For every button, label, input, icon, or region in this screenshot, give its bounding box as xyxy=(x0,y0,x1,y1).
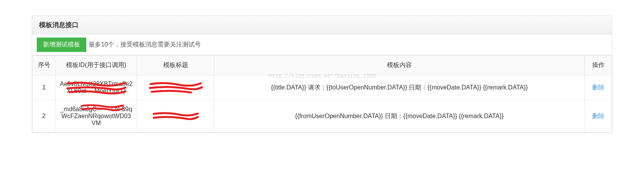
header-content: 模板内容 xyxy=(214,56,585,75)
header-action: 操作 xyxy=(585,56,612,75)
toolbar: 新增测试模板 最多10个，接受模板消息需要关注测试号 xyxy=(32,34,612,55)
cell-content: http://blog.csdn.net/banjing_1993 {{titl… xyxy=(214,75,585,100)
redaction-mark xyxy=(149,82,203,93)
cell-title xyxy=(137,100,214,132)
cell-id: _md6a8xJgC-------LoF39qWcFZaenNRqowotWD0… xyxy=(56,100,137,132)
cell-action: 删除 xyxy=(585,75,612,100)
table-row: 1 Ae9v8LivgX28XBTrma5e2XL60at----MneIYtd… xyxy=(33,75,612,100)
cell-title xyxy=(137,75,214,100)
template-message-panel: 模板消息接口 新增测试模板 最多10个，接受模板消息需要关注测试号 序号 模板I… xyxy=(32,15,612,133)
add-template-button[interactable]: 新增测试模板 xyxy=(37,38,86,52)
cell-id: Ae9v8LivgX28XBTrma5e2XL60at----MneIYtdLQ xyxy=(56,75,137,100)
table-row: 2 _md6a8xJgC-------LoF39qWcFZaenNRqowotW… xyxy=(33,100,612,132)
cell-content: {{fromUserOpenNumber.DATA}} 日期：{{moveDat… xyxy=(214,100,585,132)
delete-link[interactable]: 删除 xyxy=(592,113,605,119)
cell-seq: 1 xyxy=(33,75,56,100)
templates-table: 序号 模板ID(用于接口调用) 模板标题 模板内容 操作 1 Ae9v8Livg… xyxy=(32,55,612,132)
cell-action: 删除 xyxy=(585,100,612,132)
delete-link[interactable]: 删除 xyxy=(592,84,605,91)
panel-title: 模板消息接口 xyxy=(32,16,612,34)
toolbar-note: 最多10个，接受模板消息需要关注测试号 xyxy=(89,41,201,49)
header-id: 模板ID(用于接口调用) xyxy=(56,56,137,75)
header-title: 模板标题 xyxy=(137,56,214,75)
cell-seq: 2 xyxy=(33,100,56,132)
redaction-mark xyxy=(152,112,199,120)
header-seq: 序号 xyxy=(33,56,56,75)
